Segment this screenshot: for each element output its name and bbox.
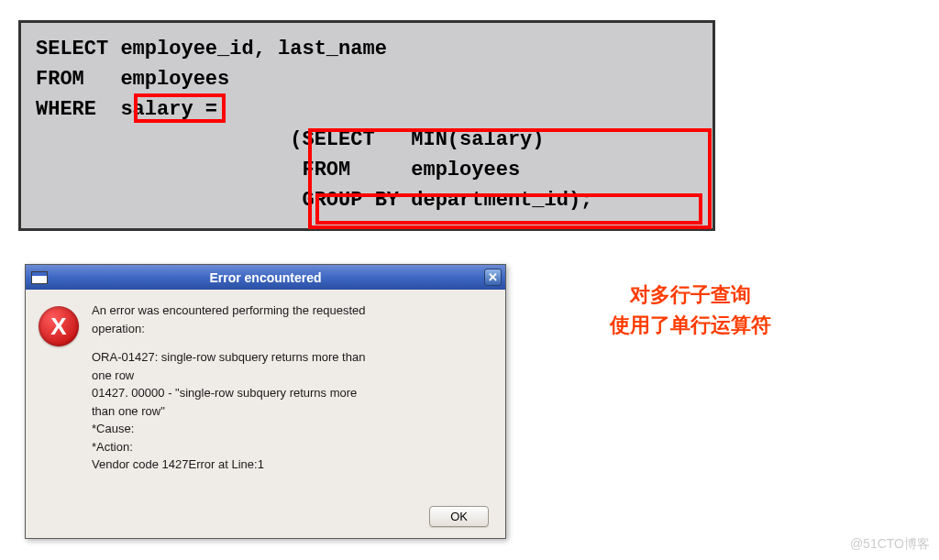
window-icon xyxy=(31,271,48,284)
code-line-2: FROM employees xyxy=(36,64,698,94)
msg-line-1: An error was encountered performing the … xyxy=(92,302,365,319)
dialog-titlebar: Error encountered ✕ xyxy=(26,265,505,290)
code-line-1: SELECT employee_id, last_name xyxy=(36,34,698,64)
msg-line-2: operation: xyxy=(92,321,365,337)
err-line-3: 01427. 00000 - "single-row subquery retu… xyxy=(92,385,365,401)
highlight-salary xyxy=(134,93,226,123)
highlight-groupby xyxy=(315,193,702,225)
annotation-line-1: 对多行子查询 xyxy=(553,280,828,310)
annotation-line-2: 使用了单行运算符 xyxy=(553,310,828,340)
err-line-1: ORA-01427: single-row subquery returns m… xyxy=(92,349,365,366)
cause-line: *Cause: xyxy=(92,421,365,437)
watermark: @51CTO博客 xyxy=(850,536,930,553)
dialog-body: X An error was encountered performing th… xyxy=(26,290,505,484)
ok-button[interactable]: OK xyxy=(429,506,489,527)
vendor-line: Vendor code 1427Error at Line:1 xyxy=(92,456,365,473)
err-line-4: than one row" xyxy=(92,403,365,420)
error-icon: X xyxy=(39,306,79,346)
sql-code-block: SELECT employee_id, last_name FROM emplo… xyxy=(18,20,715,231)
dialog-text: An error was encountered performing the … xyxy=(92,302,365,475)
error-dialog: Error encountered ✕ X An error was encou… xyxy=(25,264,506,539)
action-line: *Action: xyxy=(92,439,365,456)
close-icon[interactable]: ✕ xyxy=(484,269,502,286)
dialog-buttons: OK xyxy=(429,506,489,527)
annotation-text: 对多行子查询 使用了单行运算符 xyxy=(553,280,828,340)
err-line-2: one row xyxy=(92,368,365,384)
dialog-title: Error encountered xyxy=(209,270,321,285)
